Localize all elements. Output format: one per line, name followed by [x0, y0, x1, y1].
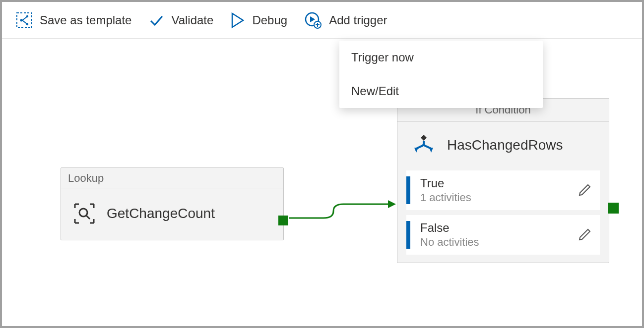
add-trigger-label: Add trigger [329, 13, 387, 27]
if-output-handle[interactable] [608, 203, 619, 214]
true-branch[interactable]: True 1 activities [406, 170, 600, 210]
edit-false-icon[interactable] [577, 227, 592, 242]
if-condition-node[interactable]: If Condition HasChangedRows True 1 activ… [397, 98, 609, 263]
check-icon [148, 12, 164, 28]
true-branch-subtitle: 1 activities [420, 191, 577, 204]
template-icon [16, 12, 33, 29]
true-branch-bar [406, 176, 410, 204]
play-icon [230, 12, 245, 29]
trigger-now-label: Trigger now [351, 51, 414, 64]
svg-line-2 [22, 17, 27, 20]
trigger-dropdown: Trigger now New/Edit [339, 41, 543, 108]
svg-point-5 [26, 23, 28, 25]
pipeline-canvas[interactable]: Lookup GetChangeCount If Condition [2, 41, 642, 326]
debug-label: Debug [252, 13, 287, 27]
svg-marker-15 [421, 135, 427, 141]
if-condition-icon [411, 133, 436, 158]
false-branch[interactable]: False No activities [406, 215, 600, 255]
false-branch-label: False [420, 221, 577, 235]
true-branch-label: True [420, 176, 577, 190]
svg-marker-17 [429, 148, 433, 153]
svg-point-4 [26, 15, 28, 17]
svg-line-13 [86, 216, 90, 219]
svg-line-3 [22, 20, 27, 24]
lookup-type-label: Lookup [61, 168, 283, 188]
save-as-template-button[interactable]: Save as template [16, 12, 131, 29]
connector-arrow [284, 203, 403, 233]
new-edit-item[interactable]: New/Edit [339, 74, 543, 108]
add-trigger-button[interactable]: Add trigger [304, 11, 387, 29]
svg-point-12 [79, 209, 87, 217]
new-edit-label: New/Edit [351, 84, 399, 98]
svg-marker-6 [232, 13, 243, 27]
lookup-icon [73, 202, 96, 225]
svg-marker-16 [414, 148, 418, 153]
debug-button[interactable]: Debug [230, 12, 287, 29]
svg-point-1 [20, 19, 23, 21]
svg-marker-8 [310, 16, 315, 22]
trigger-icon [304, 11, 322, 29]
false-branch-subtitle: No activities [420, 236, 577, 249]
svg-rect-0 [17, 13, 32, 28]
save-as-template-label: Save as template [40, 13, 131, 27]
validate-label: Validate [171, 13, 213, 27]
validate-button[interactable]: Validate [148, 12, 213, 28]
toolbar: Save as template Validate Debug Add trig… [2, 2, 642, 39]
if-activity-name: HasChangedRows [447, 137, 563, 153]
lookup-activity-node[interactable]: Lookup GetChangeCount [61, 167, 284, 240]
svg-marker-14 [388, 200, 396, 208]
edit-true-icon[interactable] [577, 183, 592, 198]
trigger-now-item[interactable]: Trigger now [339, 41, 543, 74]
false-branch-bar [406, 221, 410, 249]
lookup-activity-name: GetChangeCount [107, 206, 215, 221]
